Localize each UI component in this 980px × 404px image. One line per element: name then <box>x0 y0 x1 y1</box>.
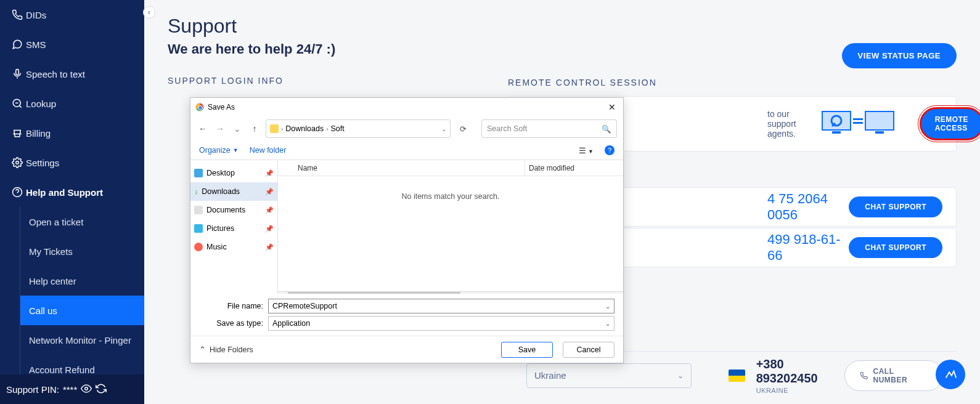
chevron-icon: › <box>326 126 328 132</box>
save-button[interactable]: Save <box>501 342 553 358</box>
page-subtitle: We are here to help 24/7 :) <box>168 41 957 57</box>
svg-rect-14 <box>853 122 863 124</box>
dialog-side-panel: Desktop📌 ↓Downloads📌 Documents📌 Pictures… <box>190 160 278 294</box>
chevron-down-icon[interactable]: ⌄ <box>441 126 446 132</box>
sidebar-sub-network-monitor[interactable]: Network Monitor - Pinger <box>20 325 144 355</box>
new-folder-button[interactable]: New folder <box>250 146 287 155</box>
remote-access-button[interactable]: REMOTE ACCESS <box>920 107 980 140</box>
sidebar-collapse-handle[interactable]: ‹ <box>143 6 155 18</box>
breadcrumb[interactable]: › Downloads › Soft ⌄ <box>266 119 451 138</box>
help-button[interactable]: ? <box>605 145 615 155</box>
remote-session-label: REMOTE CONTROL SESSION <box>508 78 657 87</box>
back-button[interactable]: ← <box>197 124 209 134</box>
up-button[interactable]: ↑ <box>248 124 261 134</box>
sidebar-sub-call-us[interactable]: Call us <box>20 296 144 325</box>
dialog-fields: File name: CPRemoteSupport ⌄ Save as typ… <box>190 294 623 336</box>
chevron-up-icon: ⌃ <box>199 345 206 354</box>
chat-support-button-2[interactable]: CHAT SUPPORT <box>849 237 942 258</box>
filename-input[interactable]: CPRemoteSupport ⌄ <box>268 299 615 313</box>
svg-line-2 <box>19 105 21 107</box>
sidebar-item-label: DIDs <box>26 10 46 20</box>
floating-action-button[interactable] <box>936 360 965 389</box>
search-icon: 🔍 <box>602 124 611 134</box>
list-header: Name Date modified <box>278 160 623 176</box>
sidebar-item-label: Help and Support <box>26 187 103 198</box>
view-status-button[interactable]: VIEW STATUS PAGE <box>842 43 957 68</box>
document-icon <box>194 206 203 214</box>
call-number-button[interactable]: CALL NUMBER <box>844 360 943 391</box>
svg-rect-0 <box>16 70 19 75</box>
billing-icon <box>9 127 26 139</box>
country-select[interactable]: Ukraine ⌄ <box>526 363 692 388</box>
breadcrumb-part[interactable]: Downloads <box>285 124 324 133</box>
filename-value: CPRemoteSupport <box>272 302 337 310</box>
country-number: +380 893202450 <box>756 357 845 386</box>
col-name[interactable]: Name <box>278 160 525 176</box>
pictures-icon <box>194 224 203 233</box>
breadcrumb-part[interactable]: Soft <box>331 124 345 133</box>
dialog-title-bar: Save As ✕ <box>190 98 623 116</box>
chevron-down-icon[interactable]: ⌄ <box>605 303 610 310</box>
message-icon <box>9 39 26 50</box>
sidebar-item-settings[interactable]: Settings <box>0 148 144 177</box>
country-select-label: Ukraine <box>534 370 566 381</box>
dialog-title: Save As <box>208 103 235 111</box>
support-pin-label: Support PIN: <box>6 384 59 395</box>
horizontal-scrollbar[interactable] <box>278 291 623 294</box>
sidebar-item-speech[interactable]: Speech to text <box>0 59 144 89</box>
cancel-button[interactable]: Cancel <box>563 342 615 358</box>
search-input[interactable]: Search Soft 🔍 <box>481 119 617 138</box>
side-pictures[interactable]: Pictures📌 <box>190 219 277 238</box>
side-documents[interactable]: Documents📌 <box>190 201 277 219</box>
pin-icon: 📌 <box>265 243 274 251</box>
sidebar-item-help[interactable]: Help and Support <box>0 177 144 207</box>
svg-rect-8 <box>822 111 851 130</box>
sidebar-item-billing[interactable]: Billing <box>0 118 144 148</box>
chevron-down-icon: ⌄ <box>677 371 684 380</box>
hide-folders-toggle[interactable]: ⌃ Hide Folders <box>199 345 253 354</box>
side-desktop[interactable]: Desktop📌 <box>190 164 277 182</box>
dialog-footer: ⌃ Hide Folders Save Cancel <box>190 336 623 363</box>
gear-icon <box>9 157 26 168</box>
help-circle-icon <box>9 187 26 198</box>
pin-icon: 📌 <box>265 169 274 177</box>
svg-point-7 <box>85 387 88 390</box>
refresh-icon[interactable] <box>96 383 107 396</box>
sidebar-item-label: Settings <box>26 158 59 168</box>
country-name: UKRAINE <box>756 387 845 394</box>
chrome-icon <box>195 103 204 111</box>
sidebar-sub-open-ticket[interactable]: Open a ticket <box>20 207 144 236</box>
music-icon <box>194 243 203 251</box>
dialog-toolbar: Organize▼ New folder ☰ ▼ ? <box>190 141 623 160</box>
download-icon: ↓ <box>194 187 198 196</box>
chat-support-button-1[interactable]: CHAT SUPPORT <box>849 196 942 217</box>
sidebar-item-lookup[interactable]: Lookup <box>0 89 144 118</box>
savetype-select[interactable]: Application ⌄ <box>268 316 615 331</box>
call-number-label: CALL NUMBER <box>873 367 928 384</box>
sidebar-item-sms[interactable]: SMS <box>0 30 144 59</box>
forward-button[interactable]: → <box>214 124 226 134</box>
recent-chevron[interactable]: ⌄ <box>231 124 243 134</box>
close-button[interactable]: ✕ <box>606 102 618 112</box>
view-menu[interactable]: ☰ ▼ <box>579 146 594 155</box>
organize-menu[interactable]: Organize▼ <box>199 146 239 155</box>
side-music[interactable]: Music📌 <box>190 238 277 256</box>
sidebar: DIDs SMS Speech to text Lookup Billing S… <box>0 0 144 404</box>
folder-icon <box>270 124 279 133</box>
svg-point-4 <box>16 161 19 164</box>
save-as-dialog: Save As ✕ ← → ⌄ ↑ › Downloads › Soft ⌄ ⟳… <box>190 97 624 363</box>
chevron-down-icon[interactable]: ⌄ <box>605 320 610 327</box>
side-downloads[interactable]: ↓Downloads📌 <box>190 182 277 201</box>
refresh-button[interactable]: ⟳ <box>455 124 470 134</box>
eye-icon[interactable] <box>81 383 92 396</box>
sidebar-item-dids[interactable]: DIDs <box>0 0 144 30</box>
sidebar-sub-my-tickets[interactable]: My Tickets <box>20 236 144 266</box>
sidebar-sub-help-center[interactable]: Help center <box>20 266 144 296</box>
dialog-nav-bar: ← → ⌄ ↑ › Downloads › Soft ⌄ ⟳ Search So… <box>190 116 623 141</box>
search-placeholder: Search Soft <box>487 124 527 133</box>
col-date[interactable]: Date modified <box>525 160 623 176</box>
svg-rect-12 <box>875 131 884 134</box>
sidebar-item-label: SMS <box>26 39 46 50</box>
empty-message: No items match your search. <box>278 176 623 291</box>
pin-icon: 📌 <box>265 206 274 214</box>
